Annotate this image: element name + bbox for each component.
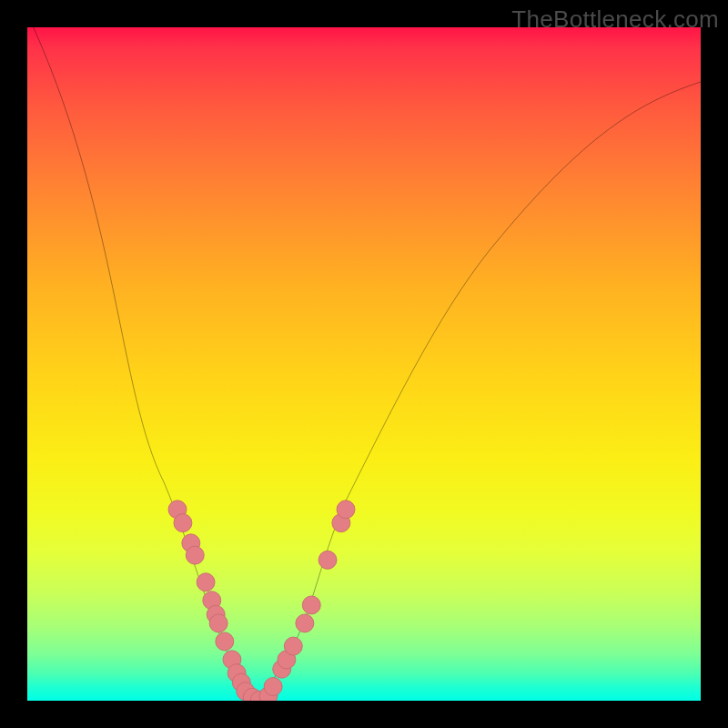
curve-marker: [296, 614, 314, 632]
plot-area: [27, 27, 701, 701]
curve-marker: [337, 500, 355, 519]
curve-marker: [197, 573, 215, 592]
curve-marker: [302, 596, 320, 614]
curve-marker: [284, 637, 302, 655]
outer-frame: TheBottleneck.com: [0, 0, 728, 728]
curve-group: [27, 27, 701, 692]
curve-markers: [168, 500, 355, 701]
curve-marker: [318, 551, 337, 569]
curve-marker: [264, 677, 282, 695]
curve-marker: [186, 546, 204, 564]
bottleneck-curve: [27, 27, 701, 692]
curve-marker: [209, 614, 228, 632]
bottleneck-curve-svg: [27, 27, 701, 701]
curve-marker: [216, 632, 234, 651]
curve-marker: [174, 514, 192, 532]
